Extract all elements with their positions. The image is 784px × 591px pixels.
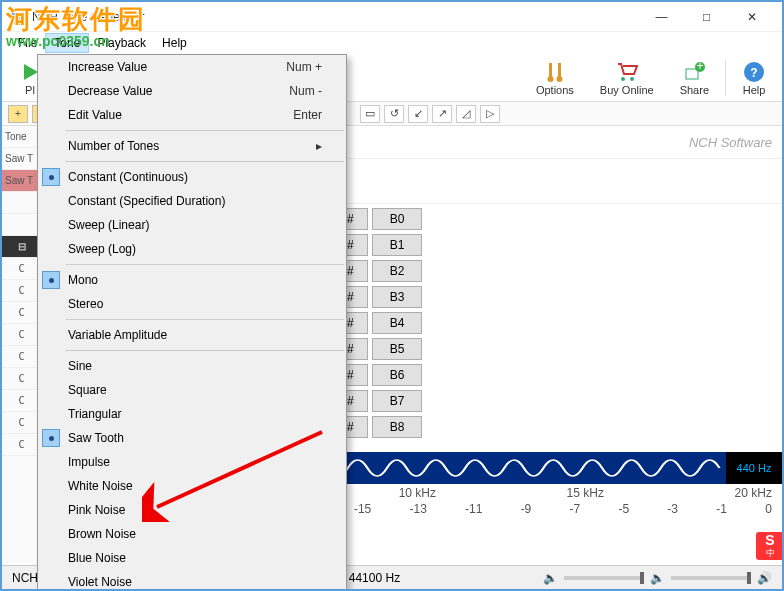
spacer xyxy=(2,214,41,236)
app-icon xyxy=(10,9,26,25)
left-c-row[interactable]: C xyxy=(2,412,41,434)
menu-variable-amplitude[interactable]: Variable Amplitude xyxy=(38,323,346,347)
menu-square[interactable]: Square xyxy=(38,378,346,402)
left-c-row[interactable]: C xyxy=(2,346,41,368)
minus-header[interactable]: ⊟ xyxy=(2,236,41,258)
note-button[interactable]: B5 xyxy=(372,338,422,360)
left-c-row[interactable]: C xyxy=(2,280,41,302)
svg-marker-0 xyxy=(24,64,38,80)
menu-blue-noise[interactable]: Blue Noise xyxy=(38,546,346,570)
share-button[interactable]: + Share xyxy=(670,58,719,98)
left-label-tone: Tone xyxy=(2,126,41,148)
menu-constant-continuous[interactable]: Constant (Continuous) xyxy=(38,165,346,189)
help-button[interactable]: ? Help xyxy=(732,58,776,98)
check-icon xyxy=(42,271,60,289)
menu-saw-tooth[interactable]: Saw Tooth xyxy=(38,426,346,450)
menu-constant-duration[interactable]: Constant (Specified Duration) xyxy=(38,189,346,213)
note-button[interactable]: B0 xyxy=(372,208,422,230)
svg-point-6 xyxy=(630,77,634,81)
note-button[interactable]: B2 xyxy=(372,260,422,282)
speaker-loud-icon: 🔊 xyxy=(757,571,772,585)
note-button[interactable]: B4 xyxy=(372,312,422,334)
speaker-icon: 🔈 xyxy=(543,571,558,585)
maximize-button[interactable]: □ xyxy=(684,3,729,31)
left-label-saw1[interactable]: Saw T xyxy=(2,148,41,170)
menu-decrease-value[interactable]: Decrease ValueNum - xyxy=(38,79,346,103)
menu-sweep-linear[interactable]: Sweep (Linear) xyxy=(38,213,346,237)
wave-tool-5[interactable]: ◿ xyxy=(456,105,476,123)
menu-pink-noise[interactable]: Pink Noise xyxy=(38,498,346,522)
wave-tool-3[interactable]: ↙ xyxy=(408,105,428,123)
balance-slider[interactable] xyxy=(564,576,644,580)
wave-tool-2[interactable]: ↺ xyxy=(384,105,404,123)
svg-text:?: ? xyxy=(750,66,757,80)
menu-sweep-log[interactable]: Sweep (Log) xyxy=(38,237,346,261)
check-icon xyxy=(42,429,60,447)
menu-number-of-tones[interactable]: Number of Tones▸ xyxy=(38,134,346,158)
menu-stereo[interactable]: Stereo xyxy=(38,292,346,316)
menu-file[interactable]: File xyxy=(10,34,45,52)
note-button[interactable]: B3 xyxy=(372,286,422,308)
note-button[interactable]: B1 xyxy=(372,234,422,256)
left-c-row[interactable]: C xyxy=(2,368,41,390)
spacer xyxy=(2,192,41,214)
close-button[interactable]: ✕ xyxy=(729,3,774,31)
menu-edit-value[interactable]: Edit ValueEnter xyxy=(38,103,346,127)
wave-tool-1[interactable]: ▭ xyxy=(360,105,380,123)
brand-label: NCH Software xyxy=(689,135,782,150)
cart-icon xyxy=(615,60,639,84)
svg-rect-1 xyxy=(549,63,552,77)
menu-brown-noise[interactable]: Brown Noise xyxy=(38,522,346,546)
frequency-display: 440 Hz xyxy=(726,452,782,484)
note-button[interactable]: B7 xyxy=(372,390,422,412)
left-c-row[interactable]: C xyxy=(2,302,41,324)
menu-white-noise[interactable]: White Noise xyxy=(38,474,346,498)
menu-tone[interactable]: Tone xyxy=(45,33,89,53)
svg-point-5 xyxy=(621,77,625,81)
ime-badge[interactable]: S 中 xyxy=(756,532,784,560)
svg-rect-2 xyxy=(558,63,561,77)
options-icon xyxy=(543,60,567,84)
left-c-row[interactable]: C xyxy=(2,390,41,412)
check-icon xyxy=(42,168,60,186)
wave-tool-6[interactable]: ▷ xyxy=(480,105,500,123)
toolbar-separator xyxy=(725,60,726,96)
left-c-row[interactable]: C xyxy=(2,324,41,346)
svg-point-3 xyxy=(547,76,553,82)
tone-dropdown-menu: Increase ValueNum + Decrease ValueNum - … xyxy=(37,54,347,591)
menu-sine[interactable]: Sine xyxy=(38,354,346,378)
left-label-saw2[interactable]: Saw T xyxy=(2,170,41,192)
menu-help[interactable]: Help xyxy=(154,34,195,52)
speaker-icon: 🔈 xyxy=(650,571,665,585)
menu-mono[interactable]: Mono xyxy=(38,268,346,292)
svg-point-4 xyxy=(556,76,562,82)
left-c-row[interactable]: C xyxy=(2,434,41,456)
help-icon: ? xyxy=(742,60,766,84)
menu-triangular[interactable]: Triangular xyxy=(38,402,346,426)
menu-violet-noise[interactable]: Violet Noise xyxy=(38,570,346,591)
buy-online-button[interactable]: Buy Online xyxy=(590,58,664,98)
window-title: NCH Tone Generator xyxy=(32,10,639,24)
note-button[interactable]: B6 xyxy=(372,364,422,386)
note-button[interactable]: B8 xyxy=(372,416,422,438)
volume-slider[interactable] xyxy=(671,576,751,580)
svg-text:+: + xyxy=(697,61,704,73)
menu-impulse[interactable]: Impulse xyxy=(38,450,346,474)
menu-playback[interactable]: Playback xyxy=(89,34,154,52)
minimize-button[interactable]: — xyxy=(639,3,684,31)
options-button[interactable]: Options xyxy=(526,58,584,98)
share-icon: + xyxy=(682,60,706,84)
small-button-1[interactable]: + xyxy=(8,105,28,123)
left-c-row[interactable]: C xyxy=(2,258,41,280)
wave-tool-4[interactable]: ↗ xyxy=(432,105,452,123)
menu-increase-value[interactable]: Increase ValueNum + xyxy=(38,55,346,79)
